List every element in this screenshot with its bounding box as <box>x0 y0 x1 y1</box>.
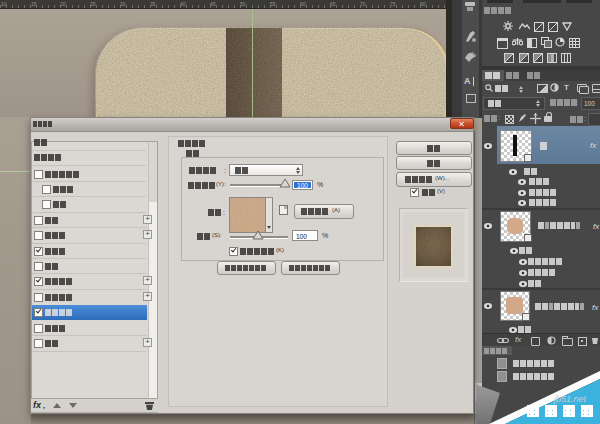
svg-text:jb51.net: jb51.net <box>553 394 587 404</box>
